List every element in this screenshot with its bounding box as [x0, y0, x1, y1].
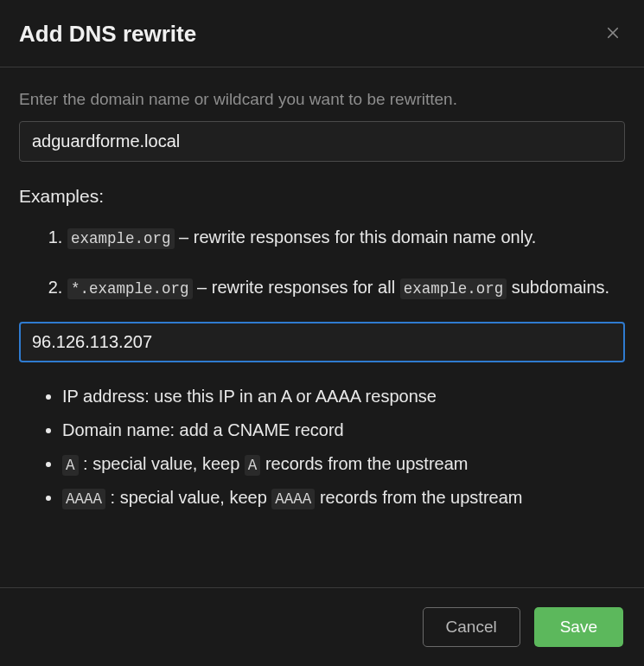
close-icon: [605, 25, 621, 43]
examples-heading: Examples:: [19, 186, 625, 207]
answer-types-list: IP address: use this IP in an A or AAAA …: [19, 383, 625, 511]
modal-body: Enter the domain name or wildcard you wa…: [0, 67, 644, 587]
close-button[interactable]: [603, 24, 623, 45]
example-code: *.example.org: [67, 279, 193, 299]
bullet-text: records from the upstream: [260, 454, 468, 473]
bullet-code: A: [245, 455, 261, 476]
example-text: – rewrite responses for this domain name…: [175, 227, 537, 247]
save-button[interactable]: Save: [534, 607, 623, 647]
cancel-button[interactable]: Cancel: [423, 607, 520, 647]
example-item: example.org – rewrite responses for this…: [67, 221, 625, 253]
modal-footer: Cancel Save: [0, 587, 644, 666]
examples-list: example.org – rewrite responses for this…: [19, 221, 625, 304]
ip-input-wrap: [19, 322, 625, 362]
bullet-code: A: [62, 455, 79, 476]
example-code: example.org: [67, 228, 175, 249]
bullet-text: : special value, keep: [105, 488, 271, 507]
list-item: AAAA : special value, keep AAAA records …: [62, 484, 625, 511]
example-code: example.org: [400, 279, 507, 299]
example-text: – rewrite responses for all: [193, 278, 400, 297]
ip-input[interactable]: [19, 322, 625, 362]
bullet-code: AAAA: [271, 489, 315, 509]
example-text: subdomains.: [507, 278, 609, 297]
bullet-code: AAAA: [62, 489, 105, 509]
bullet-text: records from the upstream: [315, 488, 522, 507]
example-item: *.example.org – rewrite responses for al…: [67, 271, 625, 304]
domain-instruction: Enter the domain name or wildcard you wa…: [19, 90, 625, 109]
modal-title: Add DNS rewrite: [19, 21, 196, 48]
dns-rewrite-modal: Add DNS rewrite Enter the domain name or…: [0, 0, 644, 666]
bullet-text: : special value, keep: [79, 454, 245, 473]
list-item: IP address: use this IP in an A or AAAA …: [62, 383, 625, 410]
domain-input[interactable]: [19, 121, 625, 162]
examples-block: Examples: example.org – rewrite response…: [19, 186, 625, 304]
list-item: Domain name: add a CNAME record: [62, 417, 625, 444]
modal-header: Add DNS rewrite: [0, 0, 644, 67]
bullet-text: IP address: use this IP in an A or AAAA …: [62, 387, 437, 406]
answer-types-block: IP address: use this IP in an A or AAAA …: [19, 383, 625, 511]
list-item: A : special value, keep A records from t…: [62, 451, 625, 477]
bullet-text: Domain name: add a CNAME record: [62, 420, 344, 439]
